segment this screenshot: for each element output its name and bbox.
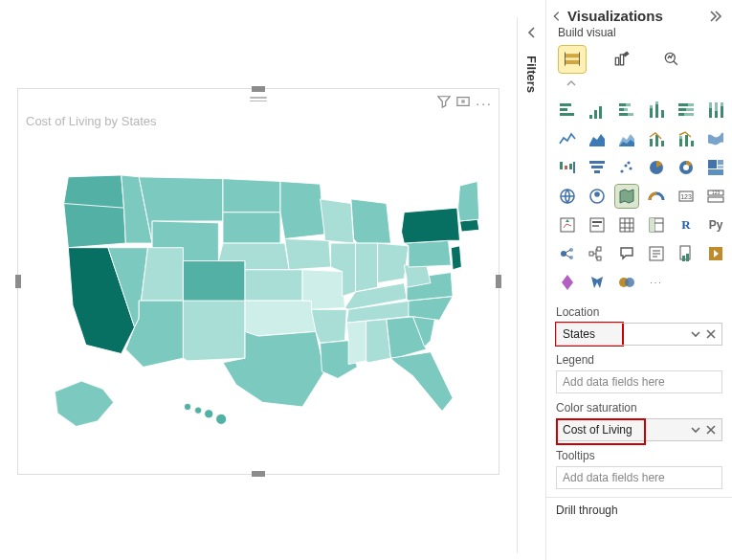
viz-map-icon[interactable] [556,185,579,208]
svg-rect-72 [592,221,602,223]
expand-pane-icon[interactable] [707,9,722,24]
legend-field-label: Legend [556,353,722,367]
viz-decomposition-icon[interactable] [586,242,609,265]
viz-stacked-area-icon[interactable] [615,127,638,150]
filled-map-visual[interactable] [18,146,499,455]
visual-grip-icon[interactable] [250,97,267,101]
viz-funnel-icon[interactable] [586,156,609,179]
viz-line-col-icon[interactable] [645,127,668,150]
state-HI-1 [184,403,190,410]
viz-kpi-icon[interactable] [556,213,579,236]
state-FL [391,352,454,412]
svg-rect-1 [566,54,580,57]
svg-rect-36 [721,102,723,106]
svg-rect-15 [626,103,631,106]
build-visual-tab[interactable] [558,45,587,74]
viz-powerapps-icon[interactable] [704,242,727,265]
visual-title: Cost of Living by States [26,114,157,128]
viz-filled-map-icon[interactable] [615,185,638,208]
state-OH [378,243,409,283]
state-MS [346,321,366,364]
chevron-down-icon[interactable] [691,425,700,435]
resize-handle-top[interactable] [252,86,265,92]
viz-powerautomate-icon[interactable] [556,271,579,294]
svg-rect-80 [589,252,593,256]
viz-key-influencers-icon[interactable] [556,242,579,265]
svg-rect-61 [708,169,723,175]
more-options-icon[interactable]: ··· [476,96,493,111]
viz-narrative-icon[interactable] [645,242,668,265]
viz-100col-icon[interactable] [704,99,727,122]
analytics-tab[interactable] [657,45,686,74]
svg-rect-17 [624,108,628,111]
viz-paginated-icon[interactable] [675,242,698,265]
filters-pane-collapsed[interactable]: Filters [517,17,545,553]
svg-rect-32 [709,102,712,108]
resize-handle-bottom[interactable] [252,471,265,477]
viz-scatter-icon[interactable] [615,156,638,179]
viz-line-icon[interactable] [556,127,579,150]
tooltips-placeholder: Add data fields here [563,471,665,484]
format-visual-tab[interactable] [608,45,636,74]
viz-python-icon[interactable]: Py [704,213,727,236]
chevron-left-icon[interactable] [550,10,564,23]
viz-azure-map-icon[interactable] [586,185,609,208]
location-field-value: States [563,327,595,341]
visualization-type-gallery: 123 123 R Py ··· [546,91,732,300]
location-field-well[interactable]: States [556,323,623,346]
viz-multi-card-icon[interactable]: 123 [704,185,727,208]
visualizations-pane: Visualizations Build visual [545,0,732,560]
svg-point-53 [629,167,632,169]
viz-table-icon[interactable] [615,213,638,236]
filter-icon[interactable] [437,95,451,111]
tooltips-field-well[interactable]: Add data fields here [556,466,722,489]
chevron-down-icon[interactable] [691,329,700,339]
viz-line-stack-icon[interactable] [675,127,698,150]
svg-rect-5 [615,57,618,65]
viz-gauge-icon[interactable] [645,185,668,208]
viz-r-script-icon[interactable]: R [675,213,698,236]
svg-rect-30 [684,113,694,116]
viz-clustered-bar-icon[interactable] [586,99,609,122]
legend-field-well[interactable]: Add data fields here [556,370,722,393]
legend-placeholder: Add data fields here [563,375,665,389]
viz-card-icon[interactable]: 123 [675,185,698,208]
svg-rect-44 [560,162,563,169]
svg-rect-34 [715,102,718,111]
viz-stacked-bar2-icon[interactable] [615,99,638,122]
state-ND [223,179,280,213]
viz-matrix-icon[interactable] [645,213,668,236]
svg-rect-40 [679,139,682,146]
svg-point-89 [625,278,634,287]
svg-rect-41 [679,136,682,139]
remove-field-icon[interactable] [706,329,716,339]
focus-mode-icon[interactable] [456,95,470,111]
state-KS [245,270,302,301]
viz-waterfall-icon[interactable] [556,156,579,179]
state-MN [280,181,324,238]
viz-import-icon[interactable] [615,271,638,294]
saturation-field-well[interactable]: Cost of Living [556,418,722,441]
saturation-field-value: Cost of Living [563,423,632,437]
viz-qa-icon[interactable] [615,242,638,265]
viz-more-icon[interactable]: ··· [645,271,668,294]
viz-treemap-icon[interactable] [704,156,727,179]
viz-pie-icon[interactable] [645,156,668,179]
tooltips-field-label: Tooltips [556,449,722,462]
remove-field-icon[interactable] [706,425,716,435]
state-SD [223,213,280,243]
viz-stacked-bar-icon[interactable] [556,99,579,122]
svg-point-54 [627,161,630,164]
viz-ribbon-icon[interactable] [704,127,727,150]
viz-arcgis-icon[interactable] [586,271,609,294]
state-MI [351,199,391,243]
viz-slicer-icon[interactable] [586,213,609,236]
report-canvas-visual[interactable]: ··· Cost of Living by States [17,88,499,475]
viz-stacked-column-icon[interactable] [645,99,668,122]
svg-rect-43 [691,141,694,146]
state-AK [55,381,114,426]
viz-donut-icon[interactable] [675,156,698,179]
viz-area-icon[interactable] [586,127,609,150]
state-CO [183,260,245,304]
viz-100bar-icon[interactable] [675,99,698,122]
